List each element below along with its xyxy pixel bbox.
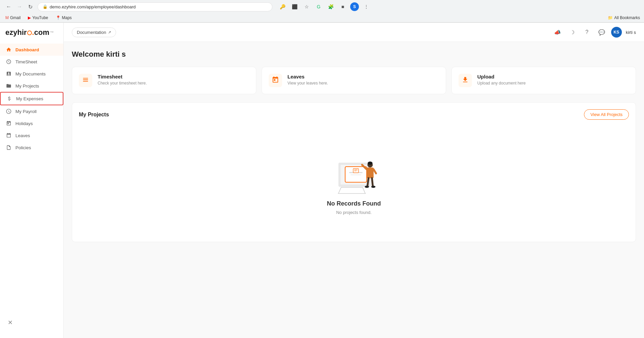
leaves-card[interactable]: Leaves View your leaves here. xyxy=(262,67,446,94)
external-link-icon: ↗ xyxy=(108,30,111,35)
no-data-illustration xyxy=(330,147,377,193)
address-bar[interactable]: 🔒 demo.ezyhire.com/app/employee/dashboar… xyxy=(38,2,272,11)
notification-icon[interactable]: 📣 xyxy=(552,27,563,38)
sidebar-bottom: ✕ xyxy=(0,313,63,333)
nav-buttons: ← → ↻ xyxy=(4,2,35,11)
svg-line-18 xyxy=(363,187,365,193)
leaves-card-icon xyxy=(272,76,279,85)
logo: ezyhir.com™ xyxy=(0,28,63,44)
section-header: My Projects View All Projects xyxy=(79,109,629,120)
welcome-title: Welcome kirti s xyxy=(72,50,636,59)
document-icon xyxy=(5,71,12,76)
bookmark-youtube-label: YouTube xyxy=(32,15,48,20)
timesheet-card-desc: Check your timesheet here. xyxy=(98,81,147,86)
bookmarks-bar: M Gmail ▶ YouTube 📍 Maps 📁 All Bookmarks xyxy=(0,13,644,22)
sidebar-label-holidays: Holidays xyxy=(15,121,33,126)
dashboard-content: Welcome kirti s Timesheet Check your tim… xyxy=(64,42,644,250)
sidebar-item-projects[interactable]: My Projects xyxy=(0,80,63,92)
sidebar-label-expenses: My Expenses xyxy=(16,96,43,101)
sidebar-item-payroll[interactable]: My Payroll xyxy=(0,105,63,117)
bookmark-star-icon[interactable]: ☆ xyxy=(302,2,311,11)
browser-profile[interactable]: S xyxy=(350,2,359,11)
leaves-card-title: Leaves xyxy=(287,74,328,79)
bookmark-gmail[interactable]: M Gmail xyxy=(4,15,22,21)
bookmark-gmail-label: Gmail xyxy=(10,15,20,20)
browser-toolbar: ← → ↻ 🔒 demo.ezyhire.com/app/employee/da… xyxy=(0,0,644,13)
timesheet-card-icon xyxy=(82,76,89,85)
svg-point-9 xyxy=(368,162,372,165)
all-bookmarks[interactable]: 📁 All Bookmarks xyxy=(608,15,640,20)
user-name-label: kirti s xyxy=(626,30,636,35)
projects-title: My Projects xyxy=(79,112,109,118)
sidebar-label-leaves: Leaves xyxy=(15,133,30,138)
timesheet-card[interactable]: Timesheet Check your timesheet here. xyxy=(72,67,256,94)
browser-ext2-icon[interactable]: ■ xyxy=(338,2,347,11)
documentation-label: Documentation xyxy=(77,30,106,35)
user-avatar[interactable]: KS xyxy=(611,27,622,38)
folder-icon xyxy=(5,83,12,89)
folder-icon: 📁 xyxy=(608,15,613,20)
expense-icon xyxy=(6,96,13,101)
back-button[interactable]: ← xyxy=(4,2,13,11)
timesheet-card-icon-wrap xyxy=(79,74,92,87)
sidebar-item-dashboard[interactable]: Dashboard xyxy=(0,44,63,56)
url-text: demo.ezyhire.com/app/employee/dashboard xyxy=(50,4,136,9)
svg-rect-4 xyxy=(351,174,361,175)
bookmark-youtube[interactable]: ▶ YouTube xyxy=(26,15,49,21)
cards-row: Timesheet Check your timesheet here. Lea… xyxy=(72,67,636,94)
grammarly-icon[interactable]: G xyxy=(314,2,323,11)
logo-ring xyxy=(27,31,32,35)
sidebar: ezyhir.com™ Dashboard TimeSheet M xyxy=(0,23,64,338)
browser-right-icons: 🔑 ⬛ ☆ G 🧩 ■ S ⋮ xyxy=(278,2,371,11)
main-content: Documentation ↗ 📣 ☽ ? 💬 KS kirti s Welco… xyxy=(64,23,644,338)
lock-icon: 🔒 xyxy=(43,4,48,9)
sidebar-label-documents: My Documents xyxy=(15,71,46,76)
sidebar-item-expenses[interactable]: My Expenses xyxy=(0,92,63,105)
upload-card-title: Upload xyxy=(477,74,526,79)
sidebar-item-leaves[interactable]: Leaves xyxy=(0,129,63,142)
sidebar-label-dashboard: Dashboard xyxy=(15,47,39,52)
header-right: 📣 ☽ ? 💬 KS kirti s xyxy=(552,27,636,38)
svg-point-15 xyxy=(365,186,369,188)
sidebar-label-payroll: My Payroll xyxy=(15,109,37,114)
documentation-button[interactable]: Documentation ↗ xyxy=(72,27,116,37)
view-all-projects-button[interactable]: View All Projects xyxy=(584,109,629,120)
sidebar-item-holidays[interactable]: Holidays xyxy=(0,117,63,129)
close-sidebar-button[interactable]: ✕ xyxy=(5,318,15,327)
chat-icon[interactable]: 💬 xyxy=(596,27,607,38)
no-records-title: No Records Found xyxy=(327,200,381,207)
app-header: Documentation ↗ 📣 ☽ ? 💬 KS kirti s xyxy=(64,23,644,42)
dark-mode-icon[interactable]: ☽ xyxy=(567,27,578,38)
bookmark-maps[interactable]: 📍 Maps xyxy=(54,15,73,21)
logo-tm: ™ xyxy=(50,31,54,35)
no-records-container: No Records Found No projects found. xyxy=(79,126,629,235)
bookmark-maps-label: Maps xyxy=(62,15,72,20)
svg-rect-5 xyxy=(353,169,359,173)
upload-card-text: Upload Upload any document here xyxy=(477,74,526,86)
logo-text: ezyhir.com™ xyxy=(5,28,54,37)
sidebar-item-documents[interactable]: My Documents xyxy=(0,68,63,80)
logo-dot: . xyxy=(32,28,34,37)
upload-card-desc: Upload any document here xyxy=(477,81,526,86)
policies-icon xyxy=(5,145,12,150)
svg-rect-10 xyxy=(367,167,374,178)
holidays-icon xyxy=(5,121,12,126)
reload-button[interactable]: ↻ xyxy=(25,2,35,11)
maps-icon: 📍 xyxy=(56,15,61,20)
svg-point-16 xyxy=(371,186,376,188)
screenshot-icon[interactable]: ⬛ xyxy=(290,2,299,11)
upload-card[interactable]: Upload Upload any document here xyxy=(451,67,636,94)
extensions-icon[interactable]: 🧩 xyxy=(326,2,335,11)
sidebar-item-timesheet[interactable]: TimeSheet xyxy=(0,56,63,68)
help-icon[interactable]: ? xyxy=(582,27,592,38)
all-bookmarks-label: All Bookmarks xyxy=(614,15,640,20)
projects-section: My Projects View All Projects xyxy=(72,102,636,242)
sidebar-item-policies[interactable]: Policies xyxy=(0,142,63,154)
sidebar-nav: Dashboard TimeSheet My Documents My Proj… xyxy=(0,44,63,313)
menu-icon[interactable]: ⋮ xyxy=(362,2,371,11)
forward-button[interactable]: → xyxy=(15,2,24,11)
clock-icon xyxy=(5,59,12,64)
leaves-card-text: Leaves View your leaves here. xyxy=(287,74,328,86)
gmail-icon: M xyxy=(5,15,9,20)
password-icon[interactable]: 🔑 xyxy=(278,2,287,11)
